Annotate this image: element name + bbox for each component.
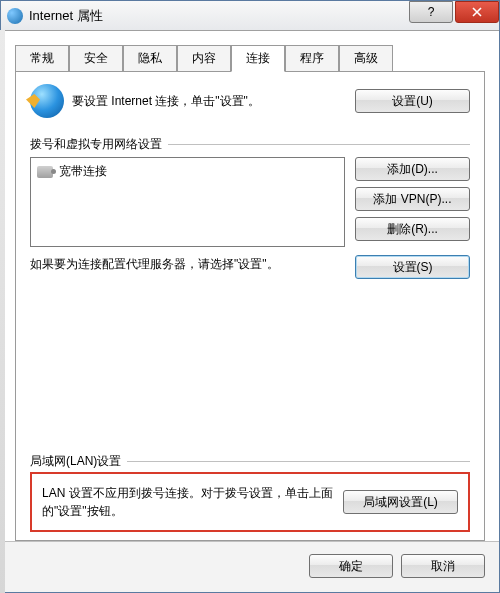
close-button[interactable] <box>455 1 499 23</box>
dialup-group-label: 拨号和虚拟专用网络设置 <box>30 136 470 153</box>
setup-button[interactable]: 设置(U) <box>355 89 470 113</box>
tab-privacy[interactable]: 隐私 <box>123 45 177 72</box>
dialup-row: 宽带连接 添加(D)... 添加 VPN(P)... 删除(R)... <box>30 157 470 247</box>
lan-group-label: 局域网(LAN)设置 <box>30 453 470 470</box>
internet-options-icon <box>7 8 23 24</box>
close-icon <box>472 7 482 17</box>
globe-setup-icon <box>30 84 64 118</box>
window-title: Internet 属性 <box>29 7 407 25</box>
window-buttons: ? <box>407 1 499 30</box>
content-area: 常规 安全 隐私 内容 连接 程序 高级 要设置 Internet 连接，单击"… <box>1 31 499 541</box>
tab-content[interactable]: 内容 <box>177 45 231 72</box>
tab-advanced[interactable]: 高级 <box>339 45 393 72</box>
dialup-section: 拨号和虚拟专用网络设置 宽带连接 添加(D)... 添加 VPN(P)... 删… <box>30 136 470 279</box>
add-vpn-button[interactable]: 添加 VPN(P)... <box>355 187 470 211</box>
lan-section: 局域网(LAN)设置 LAN 设置不应用到拨号连接。对于拨号设置，单击上面的"设… <box>30 423 470 532</box>
tab-connections[interactable]: 连接 <box>231 45 285 72</box>
tab-programs[interactable]: 程序 <box>285 45 339 72</box>
tab-general[interactable]: 常规 <box>15 45 69 72</box>
dialup-side-buttons: 添加(D)... 添加 VPN(P)... 删除(R)... <box>355 157 470 247</box>
remove-connection-button[interactable]: 删除(R)... <box>355 217 470 241</box>
dialog-footer: 确定 取消 <box>1 541 499 592</box>
tab-security[interactable]: 安全 <box>69 45 123 72</box>
proxy-row: 如果要为连接配置代理服务器，请选择"设置"。 设置(S) <box>30 255 470 279</box>
titlebar[interactable]: Internet 属性 ? <box>1 1 499 31</box>
tab-strip: 常规 安全 隐私 内容 连接 程序 高级 <box>15 45 485 72</box>
list-item[interactable]: 宽带连接 <box>37 162 338 181</box>
ok-button[interactable]: 确定 <box>309 554 393 578</box>
lan-highlight-box: LAN 设置不应用到拨号连接。对于拨号设置，单击上面的"设置"按钮。 局域网设置… <box>30 472 470 532</box>
lan-text: LAN 设置不应用到拨号连接。对于拨号设置，单击上面的"设置"按钮。 <box>42 484 333 520</box>
add-connection-button[interactable]: 添加(D)... <box>355 157 470 181</box>
proxy-text: 如果要为连接配置代理服务器，请选择"设置"。 <box>30 255 345 273</box>
setup-row: 要设置 Internet 连接，单击"设置"。 设置(U) <box>30 84 470 118</box>
internet-properties-window: Internet 属性 ? 常规 安全 隐私 内容 连接 程序 高级 要设置 I… <box>0 0 500 593</box>
connection-icon <box>37 166 53 178</box>
window-left-edge <box>0 30 5 593</box>
lan-settings-button[interactable]: 局域网设置(L) <box>343 490 458 514</box>
connection-settings-button[interactable]: 设置(S) <box>355 255 470 279</box>
connections-listbox[interactable]: 宽带连接 <box>30 157 345 247</box>
setup-instruction: 要设置 Internet 连接，单击"设置"。 <box>72 93 347 110</box>
tab-panel-connections: 要设置 Internet 连接，单击"设置"。 设置(U) 拨号和虚拟专用网络设… <box>15 71 485 541</box>
cancel-button[interactable]: 取消 <box>401 554 485 578</box>
help-button[interactable]: ? <box>409 1 453 23</box>
connection-name: 宽带连接 <box>59 163 107 180</box>
